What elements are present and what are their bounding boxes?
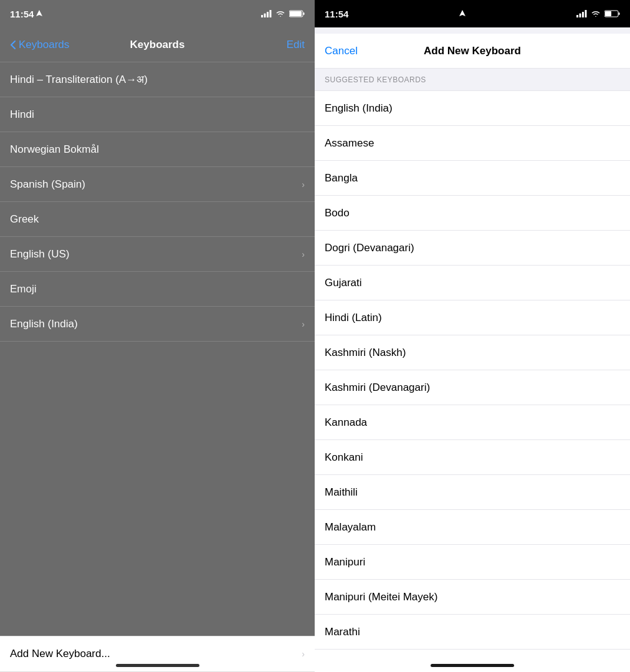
- left-nav-bar: Keyboards Keyboards Edit: [0, 27, 315, 62]
- signal-icon: [261, 10, 272, 17]
- keyboard-item-label: Hindi: [10, 108, 34, 121]
- left-nav-title: Keyboards: [130, 27, 185, 62]
- right-home-indicator: [431, 664, 514, 667]
- svg-marker-8: [459, 10, 465, 16]
- list-item[interactable]: Hindi (Latin): [315, 300, 630, 335]
- keyboard-item-label: Greek: [10, 213, 39, 226]
- svg-rect-3: [267, 12, 269, 17]
- list-item[interactable]: Hindi: [0, 97, 315, 132]
- modal-container: Cancel Add New Keyboard SUGGESTED KEYBOA…: [315, 34, 630, 672]
- list-item[interactable]: English (US) ›: [0, 237, 315, 272]
- left-status-bar: 11:54: [0, 0, 315, 27]
- list-item[interactable]: English (India) ›: [0, 307, 315, 342]
- wifi-icon: [275, 10, 285, 17]
- keyboard-item-label: English (India): [10, 318, 78, 330]
- left-time-text: 11:54: [10, 9, 34, 19]
- svg-rect-15: [619, 12, 620, 15]
- list-item[interactable]: Bodo: [315, 196, 630, 231]
- keyboard-item-label: Norwegian Bokmål: [10, 143, 99, 156]
- svg-rect-7: [303, 12, 305, 15]
- left-panel: 11:54: [0, 0, 315, 672]
- svg-rect-4: [270, 10, 272, 17]
- keyboard-list: Hindi – Transliteration (A→अ) Hindi Norw…: [0, 62, 315, 636]
- right-status-bar: 11:54: [315, 0, 630, 27]
- left-time: 11:54: [10, 9, 42, 19]
- section-header-text: SUGGESTED KEYBOARDS: [325, 75, 426, 84]
- add-keyboard-label: Add New Keyboard...: [10, 648, 110, 660]
- list-item[interactable]: Greek: [0, 202, 315, 237]
- list-item[interactable]: Assamese: [315, 126, 630, 161]
- svg-rect-10: [580, 14, 581, 18]
- svg-rect-1: [261, 15, 263, 17]
- left-status-icons: [261, 10, 305, 17]
- right-battery-icon: [604, 10, 620, 17]
- right-time: 11:54: [325, 9, 348, 19]
- list-item[interactable]: Kashmiri (Naskh): [315, 335, 630, 370]
- svg-rect-9: [576, 15, 578, 17]
- list-item[interactable]: Hindi – Transliteration (A→अ): [0, 62, 315, 97]
- chevron-icon: ›: [302, 319, 305, 329]
- back-label: Keyboards: [19, 39, 69, 51]
- list-item[interactable]: Norwegian Bokmål: [0, 132, 315, 167]
- keyboard-list-item-label: Maithili: [325, 486, 358, 499]
- list-item[interactable]: Kannada: [315, 405, 630, 440]
- keyboard-list-item-label: Gujarati: [325, 277, 362, 289]
- list-item[interactable]: Konkani: [315, 440, 630, 475]
- right-signal-icon: [576, 10, 587, 17]
- back-button[interactable]: Keyboards: [10, 39, 69, 51]
- list-item[interactable]: Kashmiri (Devanagari): [315, 370, 630, 405]
- right-panel: 11:54 Ca: [315, 0, 630, 672]
- list-item[interactable]: Emoji: [0, 272, 315, 307]
- keyboard-list-item-label: Assamese: [325, 137, 374, 150]
- keyboard-item-label: Hindi – Transliteration (A→अ): [10, 74, 148, 86]
- keyboard-list-item-label: Bangla: [325, 172, 358, 185]
- list-item[interactable]: Marathi: [315, 615, 630, 650]
- location-icon: [36, 10, 42, 17]
- keyboard-item-label: Emoji: [10, 283, 37, 295]
- svg-marker-0: [36, 10, 42, 16]
- list-item[interactable]: Manipuri (Meitei Mayek): [315, 580, 630, 615]
- keyboard-item-label: Spanish (Spain): [10, 178, 85, 191]
- modal-title: Add New Keyboard: [424, 45, 521, 57]
- edit-button[interactable]: Edit: [287, 39, 305, 51]
- list-item[interactable]: Gujarati: [315, 266, 630, 300]
- keyboard-list-item-label: Hindi (Latin): [325, 312, 382, 324]
- add-chevron-icon: ›: [302, 649, 305, 659]
- keyboard-list-item-label: Konkani: [325, 451, 363, 464]
- back-chevron-icon: [10, 40, 16, 50]
- keyboard-list-item-label: Bodo: [325, 207, 350, 219]
- list-item[interactable]: Manipuri: [315, 545, 630, 580]
- keyboard-list-item-label: Marathi: [325, 626, 360, 638]
- list-item[interactable]: Spanish (Spain) ›: [0, 167, 315, 202]
- svg-rect-12: [585, 10, 587, 17]
- svg-rect-6: [290, 11, 302, 16]
- keyboard-list-item-label: Kashmiri (Devanagari): [325, 382, 430, 394]
- modal-gap: [315, 27, 630, 34]
- home-indicator: [116, 664, 199, 667]
- keyboard-list-item-label: Kannada: [325, 416, 367, 429]
- section-header: SUGGESTED KEYBOARDS: [315, 69, 630, 91]
- svg-rect-11: [582, 12, 584, 17]
- chevron-icon: ›: [302, 249, 305, 259]
- keyboard-list-item-label: English (India): [325, 102, 393, 115]
- keyboard-list-item-label: Manipuri (Meitei Mayek): [325, 591, 437, 603]
- list-item[interactable]: Bangla: [315, 161, 630, 196]
- cancel-button[interactable]: Cancel: [325, 45, 358, 57]
- keyboard-list-modal[interactable]: English (India) Assamese Bangla Bodo Dog…: [315, 91, 630, 672]
- battery-icon: [289, 10, 305, 17]
- right-status-icons: [576, 10, 620, 17]
- modal-nav: Cancel Add New Keyboard: [315, 34, 630, 69]
- keyboard-list-item-label: Manipuri: [325, 556, 365, 569]
- list-item[interactable]: Malayalam: [315, 510, 630, 545]
- list-item[interactable]: Dogri (Devanagari): [315, 231, 630, 266]
- keyboard-list-item-label: Dogri (Devanagari): [325, 242, 414, 254]
- svg-rect-14: [605, 11, 611, 16]
- list-item[interactable]: Maithili: [315, 475, 630, 510]
- right-location-icon: [459, 10, 465, 17]
- svg-rect-2: [264, 14, 266, 18]
- right-wifi-icon: [591, 10, 601, 17]
- chevron-icon: ›: [302, 180, 305, 190]
- keyboard-list-item-label: Kashmiri (Naskh): [325, 347, 406, 359]
- list-item[interactable]: English (India): [315, 91, 630, 126]
- keyboard-list-item-label: Malayalam: [325, 521, 376, 534]
